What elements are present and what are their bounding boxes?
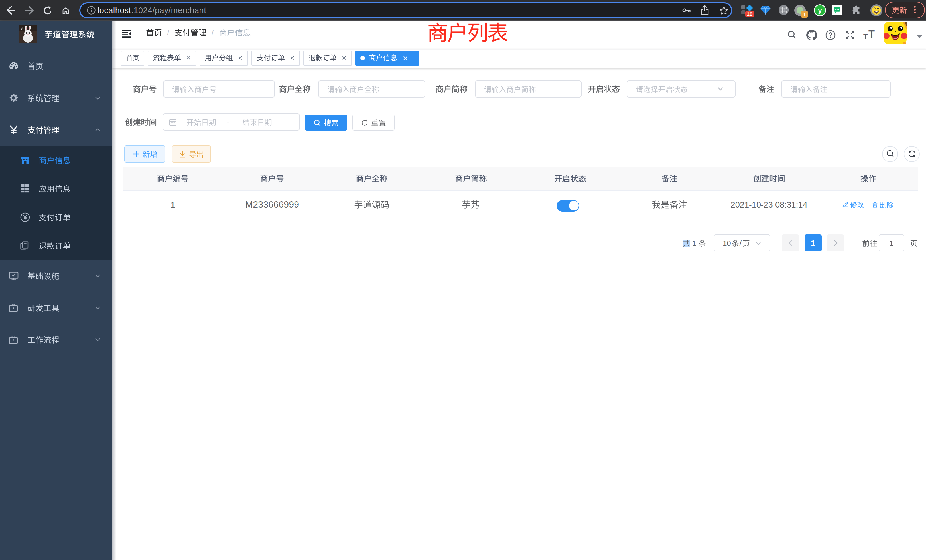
svg-text:y: y bbox=[818, 6, 822, 14]
svg-text:10: 10 bbox=[746, 11, 752, 17]
svg-text:1: 1 bbox=[803, 11, 806, 17]
